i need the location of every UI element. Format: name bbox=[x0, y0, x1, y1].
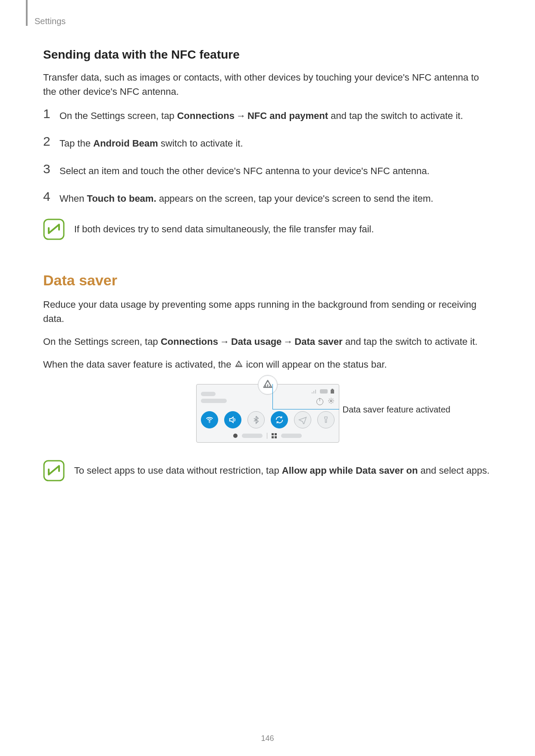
arrow-icon: → bbox=[218, 334, 231, 349]
airplane-toggle-icon bbox=[294, 411, 311, 428]
brightness-row bbox=[201, 433, 335, 439]
text: On the Settings screen, tap bbox=[59, 110, 177, 121]
bold: Android Beam bbox=[93, 138, 158, 149]
arrow-icon: → bbox=[235, 109, 247, 123]
callout-label: Data saver feature activated bbox=[343, 405, 451, 415]
settings-gear-icon bbox=[328, 397, 335, 406]
bold: NFC and payment bbox=[247, 110, 328, 121]
callout-line bbox=[272, 384, 273, 409]
ds-p1: Reduce your data usage by preventing som… bbox=[43, 297, 492, 326]
bold: Allow app while Data saver on bbox=[282, 465, 418, 476]
step-body: Select an item and touch the other devic… bbox=[59, 162, 492, 178]
svg-rect-2 bbox=[332, 389, 333, 390]
bold: Connections bbox=[177, 110, 235, 121]
blurred-text bbox=[281, 434, 302, 438]
text: and tap the switch to activate it. bbox=[343, 336, 478, 347]
text: When the data saver feature is activated… bbox=[43, 359, 234, 370]
step-number: 1 bbox=[43, 107, 59, 120]
text: and select apps. bbox=[418, 465, 489, 476]
bold: Touch to beam. bbox=[87, 193, 156, 204]
bold: Connections bbox=[161, 336, 218, 347]
note-icon bbox=[43, 219, 65, 242]
step-body: On the Settings screen, tap Connections→… bbox=[59, 107, 492, 123]
svg-point-4 bbox=[209, 422, 210, 423]
nfc-intro: Transfer data, such as images or contact… bbox=[43, 70, 492, 99]
nfc-steps: 1 On the Settings screen, tap Connection… bbox=[43, 107, 492, 206]
heading-datasaver: Data saver bbox=[43, 272, 492, 289]
blurred-text bbox=[201, 399, 227, 403]
step-number: 4 bbox=[43, 190, 59, 203]
grid-icon bbox=[272, 433, 277, 438]
note-datasaver: To select apps to use data without restr… bbox=[43, 460, 492, 483]
sound-toggle-icon bbox=[224, 411, 241, 428]
svg-point-3 bbox=[330, 400, 332, 402]
blurred-icon bbox=[320, 389, 328, 394]
text: appears on the screen, tap your device's… bbox=[156, 193, 434, 204]
quick-panel-figure: Data saver feature activated bbox=[43, 384, 492, 443]
separator bbox=[267, 433, 267, 439]
text: Tap the bbox=[59, 138, 93, 149]
header-rule bbox=[26, 0, 28, 26]
wifi-toggle-icon bbox=[201, 411, 218, 428]
bluetooth-toggle-icon bbox=[247, 411, 265, 428]
arrow-icon: → bbox=[282, 334, 294, 349]
ds-p2: On the Settings screen, tap Connections→… bbox=[43, 334, 492, 349]
page-number: 146 bbox=[0, 734, 535, 743]
step-4: 4 When Touch to beam. appears on the scr… bbox=[43, 190, 492, 206]
step-number: 2 bbox=[43, 135, 59, 148]
power-icon bbox=[316, 398, 323, 405]
quick-panel bbox=[196, 384, 339, 443]
note-text: To select apps to use data without restr… bbox=[74, 460, 492, 478]
datasaver-status-icon bbox=[234, 359, 244, 373]
text: and tap the switch to activate it. bbox=[328, 110, 463, 121]
status-icons bbox=[311, 389, 335, 394]
step-2: 2 Tap the Android Beam switch to activat… bbox=[43, 135, 492, 150]
note-text: If both devices try to send data simulta… bbox=[74, 219, 492, 236]
step-number: 3 bbox=[43, 162, 59, 175]
datasaver-badge-icon bbox=[258, 375, 278, 395]
quick-toggles bbox=[201, 411, 335, 428]
svg-rect-1 bbox=[331, 390, 334, 394]
step-3: 3 Select an item and touch the other dev… bbox=[43, 162, 492, 178]
dot-icon bbox=[233, 434, 238, 438]
bold: Data usage bbox=[231, 336, 282, 347]
callout-line bbox=[272, 409, 339, 409]
step-1: 1 On the Settings screen, tap Connection… bbox=[43, 107, 492, 123]
rotate-toggle-icon bbox=[271, 411, 288, 428]
text: On the Settings screen, tap bbox=[43, 336, 161, 347]
step-body: Tap the Android Beam switch to activate … bbox=[59, 135, 492, 150]
text: To select apps to use data without restr… bbox=[74, 465, 282, 476]
step-body: When Touch to beam. appears on the scree… bbox=[59, 190, 492, 206]
blurred-text bbox=[201, 392, 216, 396]
bold: Data saver bbox=[294, 336, 342, 347]
note-icon bbox=[43, 460, 65, 483]
heading-nfc: Sending data with the NFC feature bbox=[43, 48, 492, 62]
signal-icon bbox=[311, 389, 317, 394]
text: switch to activate it. bbox=[158, 138, 243, 149]
breadcrumb: Settings bbox=[34, 16, 492, 26]
text: icon will appear on the status bar. bbox=[246, 359, 387, 370]
ds-p3: When the data saver feature is activated… bbox=[43, 357, 492, 373]
text: When bbox=[59, 193, 87, 204]
blurred-text bbox=[242, 434, 263, 438]
battery-icon bbox=[330, 389, 335, 394]
flashlight-toggle-icon bbox=[317, 411, 335, 428]
note-nfc: If both devices try to send data simulta… bbox=[43, 219, 492, 242]
